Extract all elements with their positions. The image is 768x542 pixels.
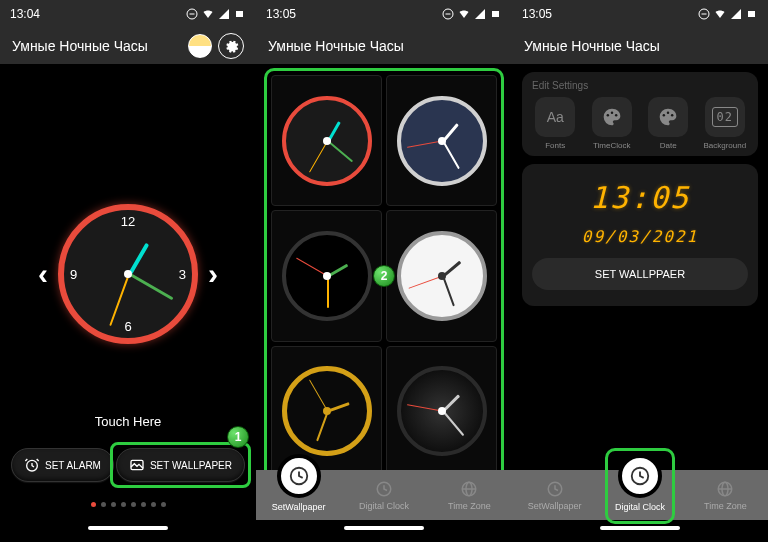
wifi-icon: [714, 8, 726, 20]
app-header: Умные Ночные Часы: [512, 28, 768, 64]
status-icons: [186, 8, 246, 20]
signal-icon: [474, 8, 486, 20]
status-time: 13:05: [266, 7, 296, 21]
set-wallpaper-button-3[interactable]: SET WALLPPAER: [532, 258, 748, 290]
chip-date[interactable]: Date: [643, 97, 694, 150]
svg-point-18: [663, 114, 666, 117]
analog-clock-preview[interactable]: 12 3 6 9: [58, 204, 198, 344]
nav-bar: [256, 518, 512, 538]
chip-background[interactable]: 02 Background: [700, 97, 751, 150]
clock-icon: [288, 465, 310, 487]
minute-hand: [129, 273, 174, 301]
edit-settings-label: Edit Settings: [532, 80, 748, 91]
settings-button[interactable]: [218, 33, 244, 59]
tab-time-zone[interactable]: Time Zone: [683, 470, 768, 520]
step-badge-2: 2: [373, 265, 395, 287]
wifi-icon: [458, 8, 470, 20]
globe-icon: [716, 480, 734, 498]
app-header: Умные Ночные Часы: [0, 28, 256, 64]
app-title: Умные Ночные Часы: [12, 38, 148, 54]
tab-digital-clock[interactable]: Digital Clock: [341, 470, 426, 520]
globe-icon: [460, 480, 478, 498]
signal-icon: [730, 8, 742, 20]
chip-timeclock[interactable]: TimeClock: [587, 97, 638, 150]
svg-point-17: [615, 114, 618, 117]
svg-point-16: [611, 112, 614, 115]
hour-hand: [128, 243, 149, 275]
gear-icon: [223, 38, 239, 54]
step-badge-1: 1: [227, 426, 249, 448]
tab-digital-clock[interactable]: Digital Clock: [597, 470, 682, 520]
status-bar: 13:05: [512, 0, 768, 28]
palette-icon: [658, 107, 678, 127]
status-time: 13:04: [10, 7, 40, 21]
highlight-1: [110, 442, 251, 488]
clock-option-4[interactable]: [386, 210, 497, 341]
edit-settings-panel: Edit Settings Aa Fonts TimeClock Date 02…: [522, 72, 758, 156]
app-header: Умные Ночные Часы: [256, 28, 512, 64]
palette-icon: [602, 107, 622, 127]
dash-icon: [186, 8, 198, 20]
next-arrow[interactable]: ›: [198, 257, 228, 291]
status-bar: 13:04: [0, 0, 256, 28]
status-bar: 13:05: [256, 0, 512, 28]
dash-icon: [442, 8, 454, 20]
phone-screen-2: 13:05 Умные Ночные Часы: [256, 0, 512, 542]
phone-screen-1: 13:04 Умные Ночные Часы ‹ 12 3 6 9: [0, 0, 256, 542]
pager-dots: [0, 502, 256, 507]
set-alarm-button[interactable]: SET ALARM: [11, 448, 114, 482]
premium-icon[interactable]: [188, 34, 212, 58]
clock-icon: [546, 480, 564, 498]
svg-point-19: [667, 112, 670, 115]
tab-set-wallpaper[interactable]: SetWallpaper: [512, 470, 597, 520]
battery-icon: [234, 8, 246, 20]
svg-point-15: [606, 114, 609, 117]
prev-arrow[interactable]: ‹: [28, 257, 58, 291]
digital-icon: [629, 465, 651, 487]
battery-icon: [746, 8, 758, 20]
battery-icon: [490, 8, 502, 20]
phone-screen-3: 13:05 Умные Ночные Часы Edit Settings Aa…: [512, 0, 768, 542]
bottom-tabs: SetWallpaper Digital Clock Time Zone: [512, 470, 768, 520]
svg-rect-1: [190, 14, 195, 15]
clock-carousel: ‹ 12 3 6 9 ›: [0, 124, 256, 424]
svg-rect-13: [702, 14, 707, 15]
svg-point-20: [671, 114, 674, 117]
app-title: Умные Ночные Часы: [268, 38, 404, 54]
chip-fonts[interactable]: Aa Fonts: [530, 97, 581, 150]
clock-option-2[interactable]: [386, 75, 497, 206]
digital-time: 13:05: [590, 180, 690, 215]
tab-set-wallpaper[interactable]: SetWallpaper: [256, 470, 341, 520]
nav-bar: [0, 518, 256, 538]
tab-time-zone[interactable]: Time Zone: [427, 470, 512, 520]
clock-option-3[interactable]: [271, 210, 382, 341]
clock-option-1[interactable]: [271, 75, 382, 206]
digital-date: 09/03/2021: [582, 227, 698, 246]
clock-option-6[interactable]: [386, 346, 497, 477]
digital-preview-panel: 13:05 09/03/2021 SET WALLPPAER: [522, 164, 758, 306]
wifi-icon: [202, 8, 214, 20]
nav-bar: [512, 518, 768, 538]
svg-rect-2: [236, 11, 243, 17]
svg-rect-7: [492, 11, 499, 17]
bottom-tabs: SetWallpaper Digital Clock Time Zone: [256, 470, 512, 520]
svg-rect-6: [446, 14, 451, 15]
dash-icon: [698, 8, 710, 20]
signal-icon: [218, 8, 230, 20]
svg-rect-14: [748, 11, 755, 17]
clock-grid: 2: [264, 68, 504, 484]
status-time: 13:05: [522, 7, 552, 21]
app-title: Умные Ночные Часы: [524, 38, 660, 54]
digital-icon: [375, 480, 393, 498]
alarm-icon: [24, 457, 40, 473]
